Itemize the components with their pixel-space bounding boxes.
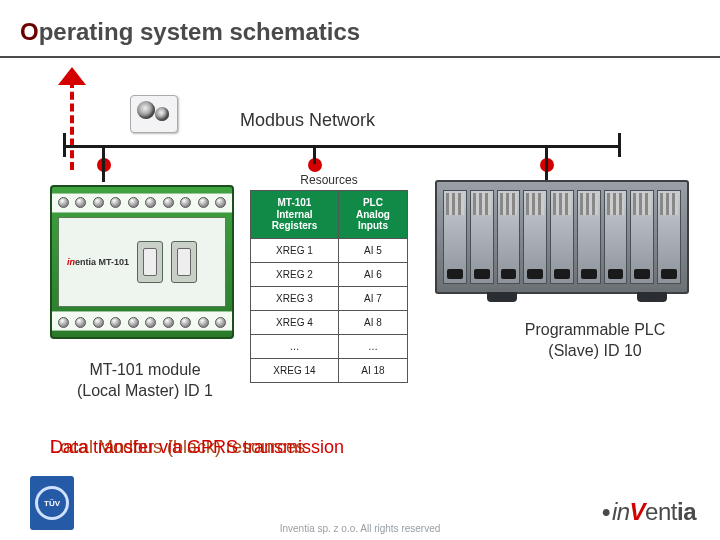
resources-table: MT-101InternalRegisters PLCAnalogInputs … [250, 190, 408, 383]
uplink-arrow-line [70, 80, 74, 170]
mt101-module-graphic: inentia MT-101 [50, 185, 234, 339]
mt101-device-label: inentia MT-101 [67, 257, 129, 267]
modbus-drop-right [545, 148, 548, 182]
plc-caption: Programmable PLC (Slave) ID 10 [490, 320, 700, 362]
overlay-caption-layer-b: Data transfer via GPRS transmission [50, 437, 344, 458]
tuv-badge-text: TÜV [35, 486, 69, 520]
mt101-port-1 [137, 241, 163, 283]
mt101-caption-line2: (Local Master) ID 1 [55, 381, 235, 402]
slide-title: Operating system schematics [20, 18, 360, 46]
plc-device-graphic [435, 180, 689, 294]
plc-caption-line1: Programmable PLC [490, 320, 700, 341]
title-underline [0, 56, 720, 58]
table-row: XREG 1AI 5 [251, 238, 408, 262]
table-row: XREG 4AI 8 [251, 310, 408, 334]
modbus-drop-left [102, 148, 105, 182]
title-accent-letter: O [20, 18, 39, 45]
mt101-caption-line1: MT-101 module [55, 360, 235, 381]
inventia-logo: •inVentia [602, 498, 696, 526]
table-row: XREG 3AI 7 [251, 286, 408, 310]
modbus-bus-endcap-right [618, 133, 621, 157]
mt101-port-2 [171, 241, 197, 283]
modbus-drop-center [313, 148, 316, 164]
modbus-network-label: Modbus Network [240, 110, 375, 131]
resources-header-analog: PLCAnalogInputs [338, 191, 407, 239]
modbus-bus-line [65, 145, 620, 148]
plc-caption-line2: (Slave) ID 10 [490, 341, 700, 362]
title-rest: perating system schematics [39, 18, 360, 45]
table-row: XREG 2AI 6 [251, 262, 408, 286]
table-row: …… [251, 334, 408, 358]
resources-table-container: Resources MT-101InternalRegisters PLCAna… [250, 170, 408, 383]
mt101-caption: MT-101 module (Local Master) ID 1 [55, 360, 235, 402]
table-row: XREG 14AI 18 [251, 358, 408, 382]
resources-header-registers: MT-101InternalRegisters [251, 191, 339, 239]
modbus-bus-endcap-left [63, 133, 66, 157]
overlay-caption: Local Modbus (black) resources Data tran… [50, 437, 430, 459]
tuv-badge-icon: TÜV [30, 476, 74, 530]
gears-icon [130, 95, 178, 133]
resources-title: Resources [250, 170, 408, 190]
